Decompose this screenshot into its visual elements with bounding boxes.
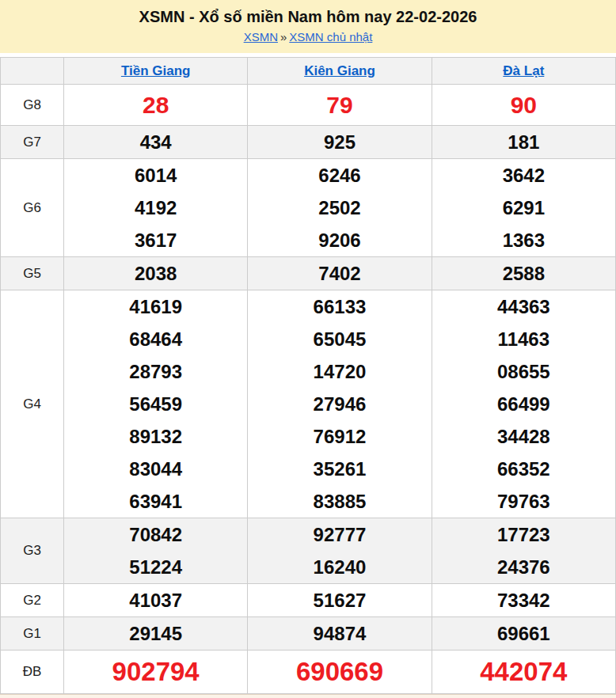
result-cell: 364262911363 [432, 159, 615, 257]
prize-label: G8 [1, 85, 64, 126]
result-number: 51627 [248, 584, 431, 616]
result-number: 1363 [432, 224, 615, 256]
prize-label: G6 [1, 159, 64, 257]
result-number: 9206 [248, 224, 431, 256]
result-number: 2038 [64, 257, 247, 290]
result-number: 56459 [64, 388, 247, 420]
result-cell: 7402 [248, 257, 432, 290]
results-body: G8287990G7434925181G66014419236176246250… [1, 85, 616, 694]
prize-label: G3 [1, 518, 64, 584]
result-number: 6014 [64, 159, 247, 192]
breadcrumb: XSMN»XSMN chủ nhật [0, 29, 616, 44]
result-number: 6291 [432, 192, 615, 224]
result-cell: 902794 [64, 651, 248, 694]
prize-row-g6: G6601441923617624625029206364262911363 [1, 159, 616, 257]
result-number: 34428 [432, 420, 615, 453]
result-cell: 434 [64, 126, 248, 159]
result-number: 79763 [432, 485, 615, 518]
result-cell: 601441923617 [64, 159, 248, 257]
result-number: 181 [432, 126, 615, 158]
result-number: 94874 [248, 617, 431, 650]
results-table-container: Tiền Giang Kiên Giang Đà Lạt G8287990G74… [0, 57, 616, 694]
result-cell: 28 [64, 85, 248, 126]
result-number: 11463 [432, 323, 615, 355]
prize-row-g3: G3708425122492777162401772324376 [1, 518, 616, 584]
prize-label: G5 [1, 257, 64, 290]
prize-row-g8: G8287990 [1, 85, 616, 126]
result-number: 4192 [64, 192, 247, 224]
result-cell: 41619684642879356459891328304463941 [64, 290, 248, 518]
result-number: 66352 [432, 453, 615, 485]
result-number: 69661 [432, 617, 615, 650]
result-cell: 2038 [64, 257, 248, 290]
result-cell: 624625029206 [248, 159, 432, 257]
result-number: 16240 [248, 551, 431, 583]
result-number: 65045 [248, 323, 431, 355]
result-cell: 90 [432, 85, 615, 126]
result-number: 28793 [64, 355, 247, 388]
result-number: 79 [248, 85, 431, 125]
result-cell: 41037 [64, 584, 248, 617]
result-number: 2502 [248, 192, 431, 224]
next-section-edge [0, 694, 616, 698]
prize-row-g7: G7434925181 [1, 126, 616, 159]
result-cell: 94874 [248, 617, 432, 651]
page-title: XSMN - Xổ số miền Nam hôm nay 22-02-2026 [0, 7, 616, 26]
result-cell: 73342 [432, 584, 615, 617]
result-number: 29145 [64, 617, 247, 650]
column-header-row: Tiền Giang Kiên Giang Đà Lạt [1, 58, 616, 85]
result-number: 08655 [432, 355, 615, 388]
result-cell: 2588 [432, 257, 615, 290]
column-header-kien-giang: Kiên Giang [248, 58, 432, 85]
result-cell: 44363114630865566499344286635279763 [432, 290, 615, 518]
result-number: 7402 [248, 257, 431, 290]
prize-label: G2 [1, 584, 64, 617]
result-number: 63941 [64, 485, 247, 518]
result-number: 83885 [248, 485, 431, 518]
breadcrumb-link-day[interactable]: XSMN chủ nhật [289, 30, 372, 44]
prize-column-header [1, 58, 64, 85]
result-cell: 66133650451472027946769123526183885 [248, 290, 432, 518]
result-cell: 925 [248, 126, 432, 159]
result-cell: 1772324376 [432, 518, 615, 584]
result-number: 41037 [64, 584, 247, 616]
result-cell: 442074 [432, 651, 615, 694]
result-number: 27946 [248, 388, 431, 420]
result-number: 76912 [248, 420, 431, 453]
prize-label: ĐB [1, 651, 64, 694]
result-number: 92777 [248, 518, 431, 551]
result-number: 41619 [64, 290, 247, 323]
result-cell: 9277716240 [248, 518, 432, 584]
province-link-kien-giang[interactable]: Kiên Giang [304, 63, 375, 78]
result-cell: 29145 [64, 617, 248, 651]
result-number: 44363 [432, 290, 615, 323]
breadcrumb-link-xsmn[interactable]: XSMN [244, 30, 278, 44]
prize-label: G7 [1, 126, 64, 159]
result-number: 434 [64, 126, 247, 158]
result-number: 925 [248, 126, 431, 158]
result-number: 66499 [432, 388, 615, 420]
results-table: Tiền Giang Kiên Giang Đà Lạt G8287990G74… [0, 57, 616, 694]
prize-row-g1: G1291459487469661 [1, 617, 616, 651]
prize-row-g4: G441619684642879356459891328304463941661… [1, 290, 616, 518]
prize-label: G4 [1, 290, 64, 518]
result-cell: 51627 [248, 584, 432, 617]
result-number: 70842 [64, 518, 247, 551]
result-number: 35261 [248, 453, 431, 485]
result-number: 3642 [432, 159, 615, 192]
result-number: 2588 [432, 257, 615, 290]
province-link-da-lat[interactable]: Đà Lạt [503, 63, 544, 78]
result-number: 17723 [432, 518, 615, 551]
result-number: 28 [64, 85, 247, 125]
province-link-tien-giang[interactable]: Tiền Giang [121, 63, 191, 78]
result-number: 66133 [248, 290, 431, 323]
result-number: 14720 [248, 355, 431, 388]
column-header-da-lat: Đà Lạt [432, 58, 615, 85]
result-cell: 181 [432, 126, 615, 159]
result-cell: 7084251224 [64, 518, 248, 584]
result-number: 24376 [432, 551, 615, 583]
header-banner: XSMN - Xổ số miền Nam hôm nay 22-02-2026… [0, 0, 616, 53]
result-number: 6246 [248, 159, 431, 192]
breadcrumb-separator: » [280, 30, 287, 44]
result-number: 442074 [432, 651, 615, 693]
